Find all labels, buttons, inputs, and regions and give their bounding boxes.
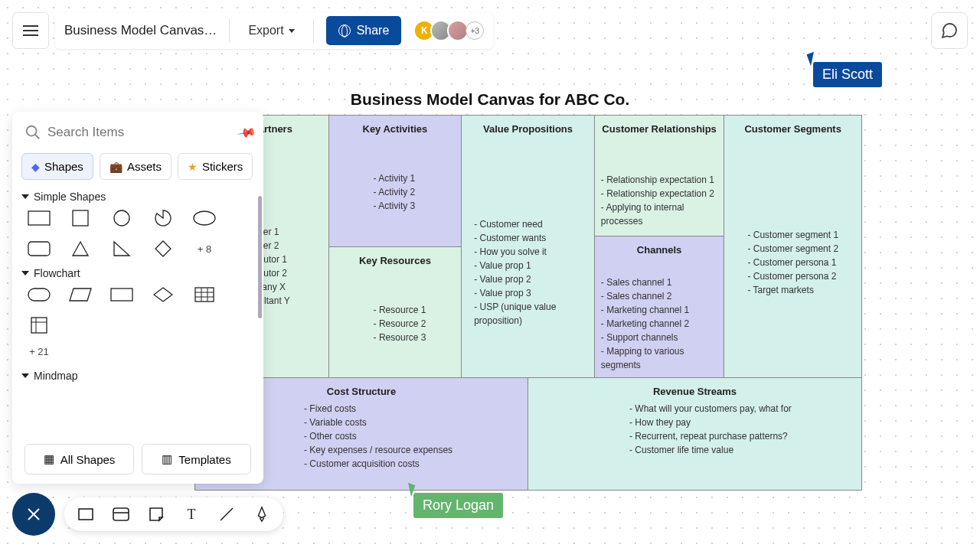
collaborator-cursor-eli: Eli Scott [808, 53, 882, 87]
tool-card[interactable] [112, 505, 130, 523]
block-heading: Key Resources [335, 255, 456, 266]
block-list: Sales channel 1Sales channel 2Marketing … [601, 262, 718, 372]
svg-rect-10 [28, 289, 50, 301]
share-button[interactable]: Share [326, 16, 402, 45]
diamond-icon: ◆ [31, 161, 40, 173]
block-list: Customer segment 1Customer segment 2Cust… [730, 141, 855, 297]
tab-label: Assets [127, 160, 162, 173]
revenue-streams-block[interactable]: Revenue Streams What will your customers… [528, 377, 861, 490]
section-label: Simple Shapes [34, 191, 106, 203]
business-model-canvas[interactable]: Key Partners Supplier 1Supplier 2Distrib… [194, 115, 862, 491]
canvas-title: Business Model Canvas for ABC Co. [351, 90, 629, 109]
key-activities-block[interactable]: Key Activities Activity 1Activity 2Activ… [329, 116, 462, 247]
svg-marker-13 [154, 288, 172, 302]
divider [313, 19, 314, 42]
share-label: Share [357, 24, 390, 37]
title-group: Business Model Canvas… Export Share K +3 [55, 12, 493, 49]
shape-process[interactable] [110, 287, 133, 302]
channels-block[interactable]: Channels Sales channel 1Sales channel 2M… [595, 236, 724, 380]
chevron-down-icon [21, 373, 29, 378]
document-title[interactable]: Business Model Canvas… [64, 23, 217, 38]
block-heading: Value Propositions [468, 123, 588, 135]
tool-pen[interactable] [253, 505, 271, 523]
button-label: Templates [178, 453, 230, 466]
shapes-panel: 📌 ◆Shapes 💼Assets ★Stickers Simple Shape… [12, 112, 263, 484]
block-list: Customer needCustomer wantsHow you solve… [468, 141, 588, 328]
block-heading: Customer Segments [730, 123, 855, 135]
briefcase-icon: 💼 [109, 161, 122, 173]
shape-circle[interactable] [110, 210, 133, 226]
tool-rectangle[interactable] [77, 505, 95, 523]
block-list: Resource 1Resource 2Resource 3 [335, 272, 456, 344]
star-icon: ★ [188, 161, 198, 173]
cursor-label: Eli Scott [813, 62, 882, 87]
shape-ellipse[interactable] [193, 210, 216, 226]
chat-button[interactable] [931, 12, 968, 49]
panel-scrollbar[interactable] [258, 196, 262, 318]
avatar-stack[interactable]: K +3 [413, 20, 484, 41]
search-icon [24, 124, 41, 141]
section-flowchart[interactable]: Flowchart [21, 267, 254, 279]
templates-button[interactable]: ▥Templates [142, 444, 251, 474]
shape-decision[interactable] [152, 287, 175, 302]
tab-stickers[interactable]: ★Stickers [178, 153, 253, 180]
chevron-down-icon [21, 194, 29, 199]
more-simple-shapes[interactable]: + 8 [193, 241, 216, 256]
shape-right-triangle[interactable] [110, 241, 133, 256]
hamburger-menu[interactable] [12, 12, 49, 49]
shape-diamond[interactable] [152, 241, 175, 256]
shape-internal-storage[interactable] [28, 318, 51, 333]
section-simple-shapes[interactable]: Simple Shapes [21, 191, 254, 203]
section-label: Flowchart [34, 267, 80, 279]
svg-marker-9 [155, 241, 171, 256]
shape-triangle[interactable] [69, 241, 92, 256]
tool-sticky-note[interactable] [147, 505, 165, 523]
close-toolbar-button[interactable] [12, 493, 55, 536]
shape-terminator[interactable] [28, 287, 51, 302]
avatar-more[interactable]: +3 [466, 21, 484, 40]
svg-rect-6 [28, 242, 50, 256]
svg-point-5 [194, 211, 215, 225]
customer-segments-block[interactable]: Customer Segments Customer segment 1Cust… [724, 116, 861, 377]
block-heading: Key Activities [335, 123, 456, 135]
key-resources-block[interactable]: Key Resources Resource 1Resource 2Resour… [329, 247, 462, 378]
tool-line[interactable] [217, 505, 236, 523]
shape-rounded-rect[interactable] [28, 241, 51, 256]
search-input[interactable] [47, 125, 236, 140]
more-flowchart-shapes[interactable]: + 21 [28, 344, 51, 359]
chat-icon [940, 21, 959, 40]
svg-point-0 [27, 126, 37, 136]
cursor-icon [807, 52, 818, 66]
cursor-label: Rory Logan [413, 493, 503, 518]
tab-shapes[interactable]: ◆Shapes [21, 153, 93, 180]
section-mindmap[interactable]: Mindmap [21, 370, 254, 382]
menu-icon [23, 25, 38, 36]
svg-rect-24 [79, 509, 93, 520]
pin-icon[interactable]: 📌 [236, 122, 256, 142]
svg-rect-25 [113, 508, 129, 520]
divider [229, 19, 230, 42]
customer-relationships-block[interactable]: Customer Relationships Relationship expe… [595, 116, 724, 236]
collaborator-cursor-rory: Rory Logan [400, 484, 503, 518]
svg-rect-12 [111, 289, 132, 301]
svg-marker-11 [70, 289, 91, 301]
svg-rect-19 [31, 318, 47, 333]
bottom-toolbar: T [64, 497, 283, 531]
all-shapes-button[interactable]: ▦All Shapes [24, 444, 134, 474]
block-list: What will your customers pay, what forHo… [537, 402, 852, 457]
tab-label: Stickers [202, 160, 243, 173]
shape-table[interactable] [193, 287, 216, 302]
shape-parallelogram[interactable] [69, 287, 92, 302]
value-propositions-block[interactable]: Value Propositions Customer needCustomer… [462, 116, 595, 377]
tool-text[interactable]: T [182, 505, 201, 523]
tab-assets[interactable]: 💼Assets [100, 153, 172, 180]
svg-line-28 [220, 508, 233, 520]
svg-line-1 [35, 135, 40, 139]
svg-marker-7 [73, 242, 88, 256]
svg-marker-8 [114, 242, 129, 256]
export-button[interactable]: Export [242, 19, 300, 42]
chevron-down-icon [21, 271, 29, 276]
shape-pie[interactable] [152, 210, 175, 226]
shape-rectangle[interactable] [28, 210, 51, 226]
shape-square[interactable] [69, 210, 92, 226]
